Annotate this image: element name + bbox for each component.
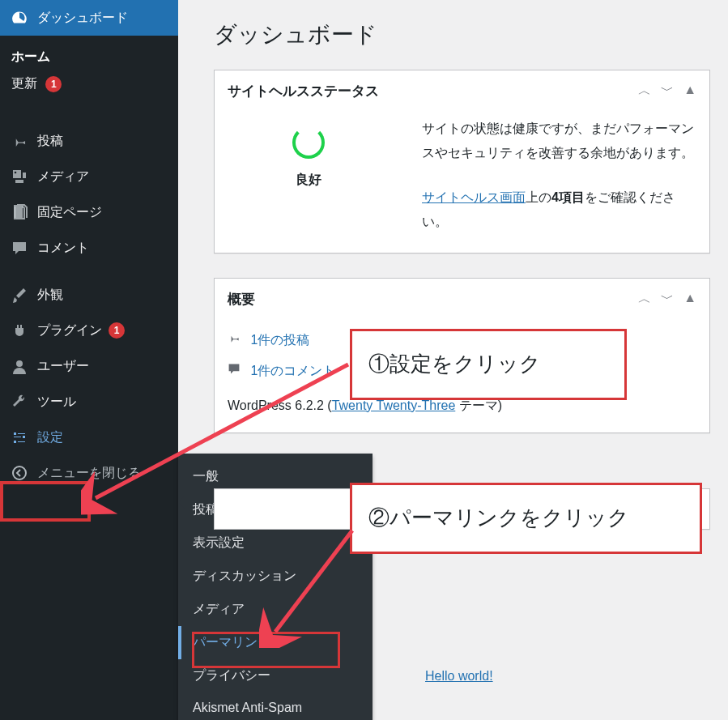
- overview-posts-link[interactable]: 1件の投稿: [250, 333, 309, 347]
- dashboard-icon: [10, 8, 29, 28]
- sidebar-item-settings[interactable]: 設定: [0, 420, 178, 455]
- svg-point-0: [15, 172, 17, 174]
- health-text2: サイトヘルス画面上の4項目をご確認ください。: [422, 185, 696, 235]
- page-title: ダッシュボード: [214, 19, 710, 50]
- sidebar-item-dashboard[interactable]: ダッシュボード: [0, 0, 178, 36]
- panel-down-icon[interactable]: ﹀: [661, 83, 674, 100]
- sidebar-dashboard-label: ダッシュボード: [37, 10, 128, 27]
- site-health-title: サイトヘルスステータス: [228, 82, 379, 100]
- pin-icon: [10, 131, 29, 151]
- comment-icon: [10, 238, 29, 258]
- callout-2: ②パーマリンクをクリック: [350, 483, 702, 554]
- sidebar-item-pages[interactable]: 固定ページ: [0, 194, 178, 230]
- sidebar-collapse[interactable]: メニューを閉じる: [0, 455, 178, 491]
- media-icon: [10, 167, 29, 186]
- plugin-icon: [10, 321, 29, 340]
- flyout-privacy[interactable]: プライバシー: [178, 659, 373, 692]
- health-ring-icon: [292, 126, 325, 159]
- overview-comments-link[interactable]: 1件のコメント: [250, 364, 335, 377]
- sidebar-item-plugins[interactable]: プラグイン 1: [0, 313, 178, 348]
- panel-down-icon[interactable]: ﹀: [661, 291, 674, 308]
- sliders-icon: [10, 428, 29, 447]
- panel-toggle-icon[interactable]: ▲: [683, 83, 696, 100]
- comment-icon: [228, 362, 247, 378]
- panel-up-icon[interactable]: ︿: [638, 291, 651, 308]
- wrench-icon: [10, 392, 29, 411]
- svg-point-2: [16, 360, 23, 367]
- flyout-akismet[interactable]: Akismet Anti-Spam: [178, 692, 373, 720]
- sidebar-sub-updates[interactable]: 更新 1: [11, 70, 178, 97]
- sidebar-item-appearance[interactable]: 外観: [0, 277, 178, 313]
- sidebar-item-users[interactable]: ユーザー: [0, 348, 178, 384]
- pages-icon: [10, 202, 29, 222]
- svg-point-3: [13, 467, 26, 479]
- hello-world-link[interactable]: Hello world!: [425, 669, 493, 684]
- callout-1: ①設定をクリック: [350, 329, 627, 400]
- sidebar-item-posts[interactable]: 投稿: [0, 123, 178, 159]
- user-icon: [10, 356, 29, 376]
- plugins-badge: 1: [109, 322, 125, 339]
- svg-rect-1: [15, 207, 23, 218]
- updates-badge: 1: [45, 76, 62, 92]
- health-status: 良好: [228, 172, 390, 189]
- pin-icon: [228, 331, 247, 347]
- site-health-panel: サイトヘルスステータス ︿ ﹀ ▲ 良好 サイトの状態は健康ですが、まだパフォー…: [214, 70, 710, 253]
- brush-icon: [10, 285, 29, 305]
- sidebar-item-tools[interactable]: ツール: [0, 384, 178, 420]
- sidebar-item-media[interactable]: メディア: [0, 159, 178, 194]
- health-link[interactable]: サイトヘルス画面: [422, 190, 526, 204]
- sidebar-sub-home[interactable]: ホーム: [11, 44, 178, 70]
- sidebar-item-comments[interactable]: コメント: [0, 230, 178, 266]
- theme-link[interactable]: Twenty Twenty-Three: [332, 398, 456, 412]
- overview-title: 概要: [228, 290, 255, 309]
- health-text: サイトの状態は健康ですが、まだパフォーマンスやセキュリティを改善する余地がありま…: [422, 117, 696, 166]
- flyout-media[interactable]: メディア: [178, 593, 373, 626]
- flyout-permalink[interactable]: パーマリンク: [178, 626, 373, 659]
- panel-up-icon[interactable]: ︿: [638, 83, 651, 100]
- collapse-icon: [10, 463, 29, 483]
- panel-toggle-icon[interactable]: ▲: [683, 291, 696, 308]
